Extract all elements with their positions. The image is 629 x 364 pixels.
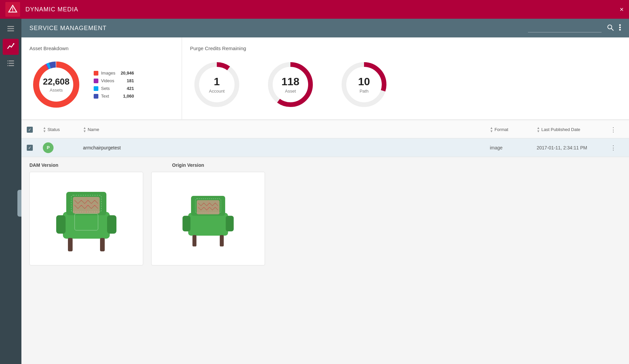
format-header-label: Format	[495, 127, 508, 132]
logo-icon	[8, 5, 17, 14]
panel-toggle[interactable]	[17, 190, 21, 217]
vertical-dots-icon	[619, 24, 621, 31]
total-assets-number: 22,608	[43, 77, 70, 87]
svg-line-14	[611, 28, 613, 30]
path-number: 10	[358, 76, 370, 88]
service-actions	[528, 24, 621, 32]
status-column-header[interactable]: ▲▼ Status	[43, 126, 83, 133]
asset-circle: 118 Asset	[264, 58, 317, 111]
svg-rect-5	[7, 30, 14, 31]
purge-credits-section: Purge Credits Remaining 1	[182, 37, 629, 119]
origin-chair-svg	[180, 187, 237, 250]
svg-point-2	[12, 11, 13, 12]
asset-number: 118	[281, 76, 299, 88]
sidebar-item-menu[interactable]	[3, 21, 19, 37]
assets-table: ▲▼ Status ▲▼ Name ▲▼ Format	[21, 121, 629, 157]
asset-breakdown-title: Asset Breakdown	[29, 45, 174, 51]
app-logo	[5, 2, 20, 17]
svg-rect-29	[63, 212, 110, 239]
date-column-header[interactable]: ▲▼ Last Published Date	[537, 126, 610, 133]
asset-circle-container: 118 Asset	[264, 58, 317, 111]
purge-credits-title: Purge Credits Remaining	[190, 45, 621, 51]
images-value: 20,946	[121, 71, 134, 76]
header-checkbox-col	[27, 127, 43, 133]
status-header-label: Status	[48, 127, 60, 132]
row-more-button[interactable]: ⋮	[610, 144, 616, 151]
date-header-label: Last Published Date	[541, 127, 580, 132]
videos-value: 181	[127, 78, 134, 83]
sidebar-item-analytics[interactable]	[3, 39, 19, 55]
text-dot	[94, 94, 98, 99]
select-all-checkbox[interactable]	[27, 127, 33, 133]
asset-format: image	[490, 145, 503, 150]
date-sort-icon: ▲▼	[537, 126, 540, 133]
account-circle: 1 Account	[190, 58, 244, 111]
content-area: Asset Breakdown	[21, 37, 629, 364]
svg-rect-46	[220, 235, 224, 246]
sidebar-item-list[interactable]	[3, 56, 19, 72]
name-header-label: Name	[88, 127, 99, 132]
svg-rect-33	[107, 215, 116, 234]
row-actions-col: ⋮	[610, 144, 624, 151]
version-images	[29, 172, 621, 265]
svg-rect-36	[100, 238, 105, 251]
svg-rect-40	[188, 213, 228, 236]
asset-breakdown-section: Asset Breakdown	[21, 37, 182, 119]
svg-rect-35	[68, 238, 73, 251]
asset-center: 118 Asset	[281, 76, 299, 94]
svg-point-15	[619, 24, 621, 26]
legend-item-images: Images 20,946	[94, 71, 134, 76]
asset-status-icon: P	[43, 142, 54, 153]
row-name-col: armchairpurgetest	[83, 145, 490, 150]
more-options-button[interactable]	[619, 24, 621, 32]
svg-rect-8	[7, 60, 8, 62]
text-value: 1,060	[123, 94, 134, 99]
origin-version-title: Origin Version	[172, 162, 204, 168]
main-layout: SERVICE MANAGEMENT	[0, 19, 629, 364]
path-circle: 10 Path	[337, 58, 391, 111]
sets-dot	[94, 86, 98, 91]
donut-center: 22,608 Assets	[43, 77, 70, 93]
row-checkbox-col	[27, 145, 43, 151]
asset-donut-chart: 22,608 Assets	[29, 58, 83, 111]
search-button[interactable]	[607, 24, 614, 32]
svg-rect-9	[9, 63, 14, 64]
row-format-col: image	[490, 145, 537, 150]
name-column-header[interactable]: ▲▼ Name	[83, 126, 490, 133]
row-checkbox[interactable]	[27, 145, 33, 151]
path-center: 10 Path	[358, 76, 370, 94]
account-number: 1	[209, 76, 225, 88]
main-content: SERVICE MANAGEMENT	[21, 19, 629, 364]
close-button[interactable]: ×	[620, 6, 624, 13]
svg-rect-11	[9, 65, 14, 66]
status-icon-label: P	[47, 145, 50, 150]
svg-rect-10	[7, 63, 8, 64]
format-column-header[interactable]: ▲▼ Format	[490, 126, 537, 133]
svg-rect-45	[192, 235, 196, 246]
svg-rect-32	[56, 215, 66, 234]
dam-chair-svg	[53, 182, 120, 255]
sidebar	[0, 19, 21, 364]
path-circle-container: 10 Path	[337, 58, 391, 111]
total-assets-label: Assets	[50, 88, 63, 93]
path-label: Path	[358, 89, 370, 94]
svg-point-17	[619, 29, 621, 30]
version-section: DAM Version Origin Version	[21, 157, 629, 271]
table-header-more-button[interactable]: ⋮	[610, 126, 616, 133]
format-sort-icon: ▲▼	[490, 126, 493, 133]
svg-point-16	[619, 26, 621, 28]
dam-version-title: DAM Version	[29, 162, 58, 168]
dam-version-image	[29, 172, 143, 265]
top-bar: DYNAMIC MEDIA ×	[0, 0, 629, 19]
account-center: 1 Account	[209, 76, 225, 94]
breakdown-content: 22,608 Assets Images 20,946	[29, 58, 174, 111]
svg-rect-7	[9, 60, 14, 62]
table-header: ▲▼ Status ▲▼ Name ▲▼ Format	[21, 121, 629, 138]
svg-rect-3	[7, 26, 14, 27]
app-title: DYNAMIC MEDIA	[25, 6, 620, 13]
svg-rect-44	[226, 216, 234, 232]
header-actions-col: ⋮	[610, 126, 624, 133]
search-input[interactable]	[528, 24, 602, 32]
videos-label: Videos	[101, 78, 121, 83]
name-sort-icon: ▲▼	[83, 126, 86, 133]
